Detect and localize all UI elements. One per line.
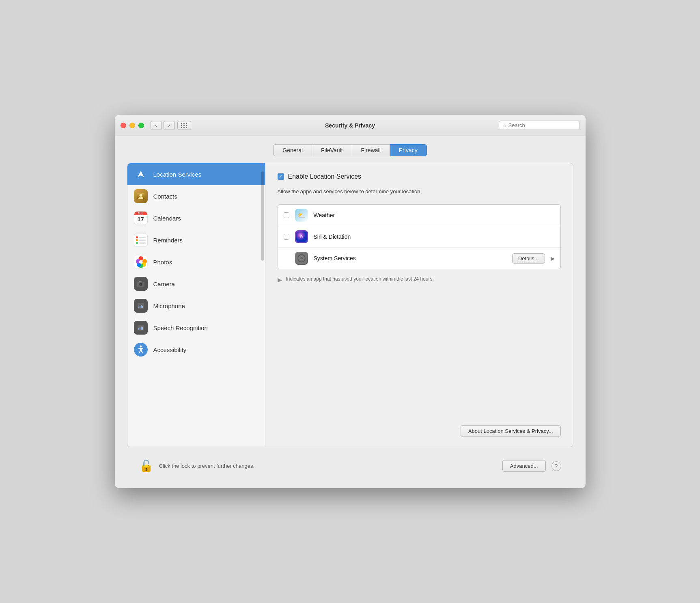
search-icon: ⌕ — [503, 123, 506, 128]
sidebar-label-speech: Speech Recognition — [153, 324, 208, 331]
sidebar: Location Services Contacts — [127, 163, 265, 447]
speech-icon — [134, 321, 148, 335]
sidebar-item-contacts[interactable]: Contacts — [127, 185, 265, 207]
svg-rect-19 — [140, 327, 140, 330]
maximize-button[interactable] — [138, 123, 144, 128]
svg-rect-31 — [305, 258, 306, 259]
sidebar-label-calendars: Calendars — [153, 215, 181, 222]
back-button[interactable]: ‹ — [151, 121, 162, 130]
advanced-button[interactable]: Advanced... — [502, 460, 546, 472]
forward-button[interactable]: › — [164, 121, 175, 130]
weather-checkbox[interactable] — [284, 212, 289, 218]
tab-general[interactable]: General — [273, 144, 312, 156]
microphone-icon — [134, 299, 148, 313]
siri-checkbox[interactable] — [284, 234, 289, 240]
svg-rect-12 — [138, 307, 139, 308]
weather-app-name: Weather — [314, 212, 555, 218]
enable-location-label: Enable Location Services — [288, 173, 362, 180]
traffic-lights — [121, 123, 144, 128]
minimize-button[interactable] — [129, 123, 135, 128]
titlebar: ‹ › Security & Privacy ⌕ — [115, 115, 586, 136]
nav-buttons: ‹ › — [151, 121, 175, 130]
reminders-icon — [134, 233, 148, 247]
sidebar-item-microphone[interactable]: Microphone — [127, 295, 265, 317]
location-services-icon — [134, 167, 148, 181]
main-window: ‹ › Security & Privacy ⌕ General FileVau… — [115, 115, 586, 488]
svg-point-27 — [300, 257, 303, 259]
details-button[interactable]: Details... — [512, 253, 545, 264]
svg-point-22 — [140, 346, 142, 348]
hint-arrow-icon: ▶ — [278, 276, 282, 284]
lock-icon[interactable]: 🔓 — [139, 459, 153, 473]
bottom-bar: 🔓 Click the lock to prevent further chan… — [127, 454, 573, 478]
photos-icon — [134, 255, 148, 269]
app-row-weather: ⛅ Weather — [278, 205, 560, 226]
app-row-system: System Services Details... ▶ — [278, 248, 560, 269]
sidebar-item-camera[interactable]: Camera — [127, 273, 265, 295]
sidebar-item-accessibility[interactable]: Accessibility — [127, 339, 265, 361]
svg-point-3 — [139, 194, 142, 197]
hint-row: ▶ Indicates an app that has used your lo… — [278, 276, 561, 284]
tab-firewall[interactable]: Firewall — [352, 144, 390, 156]
svg-rect-14 — [141, 305, 142, 308]
sidebar-label-reminders: Reminders — [153, 237, 183, 244]
sidebar-item-photos[interactable]: Photos — [127, 251, 265, 273]
system-services-icon — [295, 252, 308, 265]
lock-text: Click the lock to prevent further change… — [159, 463, 497, 469]
tab-filevault[interactable]: FileVault — [312, 144, 352, 156]
siri-icon — [295, 230, 308, 243]
tab-privacy[interactable]: Privacy — [390, 144, 427, 156]
sidebar-label-contacts: Contacts — [153, 193, 177, 200]
about-location-button[interactable]: About Location Services & Privacy... — [461, 425, 561, 437]
sidebar-label-accessibility: Accessibility — [153, 346, 187, 353]
hint-text: Indicates an app that has used your loca… — [286, 276, 434, 283]
svg-rect-28 — [301, 254, 302, 255]
sidebar-scroll-thumb[interactable] — [261, 171, 264, 261]
calendars-icon: JUL 17 — [134, 211, 148, 225]
app-row-siri: Siri & Dictation — [278, 226, 560, 248]
tabs: General FileVault Firewall Privacy — [127, 144, 573, 156]
accessibility-icon — [134, 343, 148, 357]
window-title: Security & Privacy — [325, 122, 375, 129]
allow-text: Allow the apps and services below to det… — [278, 188, 561, 195]
weather-icon: ⛅ — [295, 209, 308, 222]
svg-rect-9 — [139, 281, 142, 282]
close-button[interactable] — [121, 123, 126, 128]
sidebar-item-speech[interactable]: Speech Recognition — [127, 317, 265, 339]
enable-location-checkbox[interactable]: ✓ — [278, 173, 284, 180]
contacts-icon — [134, 189, 148, 203]
enable-location-row: ✓ Enable Location Services — [278, 173, 561, 180]
system-services-name: System Services — [314, 255, 506, 262]
svg-rect-18 — [138, 328, 139, 330]
sidebar-label-camera: Camera — [153, 281, 175, 287]
svg-point-8 — [140, 284, 141, 285]
main-content: General FileVault Firewall Privacy Locat… — [115, 136, 586, 488]
svg-rect-30 — [297, 258, 298, 259]
sidebar-item-location[interactable]: Location Services — [127, 163, 265, 185]
sidebar-scrollbar[interactable] — [261, 167, 264, 443]
location-used-icon: ▶ — [551, 255, 555, 262]
svg-rect-15 — [142, 306, 143, 308]
sidebar-item-reminders[interactable]: Reminders — [127, 229, 265, 251]
body-panel: Location Services Contacts — [127, 163, 573, 447]
grid-button[interactable] — [177, 121, 191, 130]
help-button[interactable]: ? — [551, 461, 561, 471]
svg-rect-20 — [141, 326, 142, 330]
sidebar-item-calendars[interactable]: JUL 17 Calendars — [127, 207, 265, 229]
detail-panel: ✓ Enable Location Services Allow the app… — [265, 163, 573, 447]
siri-app-name: Siri & Dictation — [314, 233, 555, 240]
sidebar-label-microphone: Microphone — [153, 303, 185, 309]
svg-rect-21 — [142, 327, 143, 330]
svg-rect-29 — [301, 262, 302, 263]
search-input[interactable] — [508, 122, 575, 128]
sidebar-label-photos: Photos — [153, 259, 172, 266]
sidebar-label-location: Location Services — [153, 171, 201, 178]
camera-icon — [134, 277, 148, 291]
svg-rect-13 — [140, 306, 140, 308]
search-bar[interactable]: ⌕ — [499, 121, 580, 130]
apps-list: ⛅ Weather — [278, 204, 561, 269]
svg-marker-0 — [138, 171, 144, 177]
